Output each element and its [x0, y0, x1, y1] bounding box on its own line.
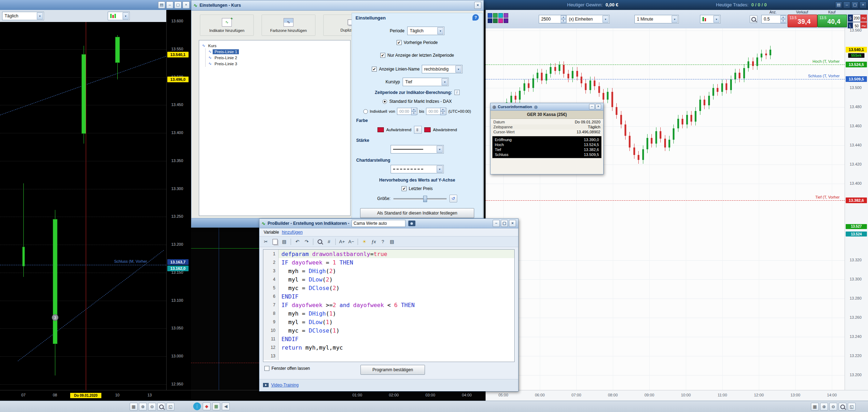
share-icon[interactable]: ⋮	[193, 402, 201, 410]
add-indicator-button[interactable]: ∿+Indikator hinzufügen	[200, 15, 254, 36]
last-period-checkbox[interactable]: ✔	[380, 53, 385, 58]
goto-line-icon[interactable]: #	[325, 238, 333, 246]
paste-icon[interactable]: ▤	[280, 238, 289, 246]
menu-icon[interactable]: ▤	[835, 1, 842, 9]
time-from-stepper[interactable]: 00:00▲▼	[397, 108, 418, 115]
drawing-palette[interactable]	[488, 13, 508, 23]
chart-type-button[interactable]: ▼	[108, 12, 130, 20]
align-select[interactable]: rechtsbündig ▼	[422, 65, 463, 73]
downtrend-color-swatch[interactable]	[424, 127, 431, 132]
pin-icon[interactable]: ◎	[534, 105, 538, 109]
right-chart-plot[interactable]: Hoch (T, VorherSchluss (T, VorherTief (T…	[486, 28, 845, 390]
order-size-stepper[interactable]: 0.5 ▲▼	[761, 15, 787, 23]
calendar-icon[interactable]: ▦	[130, 403, 138, 411]
reset-size-button[interactable]: ↺	[449, 195, 457, 202]
cut-icon[interactable]: ✂	[262, 238, 270, 246]
tree-item[interactable]: ∿Preis-Linie 3	[208, 61, 347, 67]
search-icon[interactable]	[157, 403, 165, 411]
last-price-checkbox[interactable]: ✔	[402, 186, 407, 191]
print-icon[interactable]: ▤	[388, 238, 396, 246]
period-select[interactable]: Täglich ▼	[2, 12, 44, 20]
zoom-out-icon[interactable]: ⊖	[148, 403, 156, 411]
palette-color[interactable]	[493, 18, 498, 23]
close-button[interactable]: ×	[509, 220, 516, 227]
font-decrease-icon[interactable]: A−	[347, 238, 355, 246]
pin-icon[interactable]: ◆	[203, 402, 211, 410]
search-icon[interactable]	[839, 403, 846, 411]
close-button[interactable]: ×	[183, 1, 190, 9]
units-select[interactable]: (x) Einheiten ▼	[566, 15, 610, 23]
time-to-stepper[interactable]: 00:00▲▼	[426, 108, 447, 115]
font-increase-icon[interactable]: A+	[338, 238, 346, 246]
middle-time-axis[interactable]: 01:0002:0003:0004:00	[191, 390, 486, 401]
close-button[interactable]: ×	[595, 104, 601, 110]
add-variable-link[interactable]: hinzufügen	[282, 230, 303, 235]
tree-item[interactable]: ∿Preis-Linie 1	[208, 49, 347, 55]
buy-button[interactable]: 13.5 40,4	[817, 15, 847, 27]
keep-open-checkbox[interactable]	[264, 366, 269, 371]
minimize-button[interactable]: –	[589, 104, 595, 110]
right-time-axis[interactable]: 05:0006:0007:0008:0009:0010:0011:0012:00…	[486, 390, 868, 401]
menu-variable[interactable]: Variable	[264, 230, 279, 235]
slider-thumb[interactable]	[423, 196, 427, 202]
maximize-button[interactable]: ▢	[501, 220, 508, 227]
set-default-button[interactable]: Als Standard für diesen Indikator festle…	[360, 208, 474, 218]
code-editor[interactable]: 1defparam drawonlastbaronly=true2IF dayo…	[263, 249, 515, 362]
fullscreen-icon[interactable]: ◱	[848, 403, 856, 411]
left-chart-plot[interactable]: Schluss (M, Vorher3	[0, 22, 166, 390]
individual-radio[interactable]	[363, 109, 368, 114]
maximize-button[interactable]: ▢	[174, 1, 181, 9]
indicator-name-input[interactable]: Cama Werte auto	[352, 220, 405, 227]
minimize-button[interactable]: –	[166, 1, 173, 9]
tip-icon[interactable]: ☀	[360, 238, 369, 246]
close-button[interactable]: ×	[859, 1, 867, 9]
indicator-tree[interactable]: ∿Kurs∿Preis-Linie 1∿Preis-Linie 2∿Preis-…	[199, 40, 351, 216]
standard-radio[interactable]	[382, 99, 387, 104]
info-icon[interactable]: i	[454, 90, 460, 95]
line-name-checkbox[interactable]: ✔	[372, 67, 377, 72]
zoom-tool-button[interactable]	[750, 15, 757, 23]
left-time-axis[interactable]: 0708Do 09.01.20201013	[0, 390, 191, 401]
timeframe-select[interactable]: 1 Minute ▼	[634, 15, 679, 23]
function-icon[interactable]: ƒx	[369, 238, 378, 246]
add-colorzone-button[interactable]: ∿Farbzone hinzufügen	[262, 15, 315, 36]
palette-color[interactable]	[504, 13, 508, 18]
video-training-link[interactable]: Video-Training	[271, 383, 298, 388]
sell-button[interactable]: 13.5 39,4	[788, 15, 817, 27]
copy-icon[interactable]	[271, 238, 279, 246]
previous-period-checkbox[interactable]: ✔	[397, 40, 402, 45]
calendar-icon[interactable]: ▦	[811, 403, 819, 411]
back-icon[interactable]: ◀	[222, 402, 230, 410]
palette-color[interactable]	[493, 13, 498, 18]
redo-icon[interactable]: ↷	[302, 238, 311, 246]
tree-item-root[interactable]: ∿Kurs	[202, 43, 347, 49]
palette-color[interactable]	[488, 13, 492, 18]
confirm-program-button[interactable]: Programm bestätigen	[360, 365, 425, 375]
minimize-button[interactable]: –	[843, 1, 850, 9]
fullscreen-icon[interactable]: ◱	[167, 403, 174, 411]
left-price-scale[interactable]: 13.60013.55013.50013.45013.40013.35013.3…	[166, 10, 191, 390]
screenshot-button[interactable]	[408, 221, 415, 226]
period-select[interactable]: Täglich ▼	[407, 27, 444, 35]
palette-color[interactable]	[498, 18, 503, 23]
right-price-scale[interactable]: 13.56013.50013.48013.46013.44013.42013.4…	[845, 28, 868, 390]
maximize-button[interactable]: ▢	[851, 1, 858, 9]
close-button[interactable]: ×	[474, 2, 481, 9]
help-icon[interactable]: ?	[379, 238, 387, 246]
undo-icon[interactable]: ↶	[293, 238, 302, 246]
line-style-select[interactable]: ▼	[391, 165, 444, 173]
thickness-select[interactable]: ▼	[391, 145, 444, 154]
link-colors-button[interactable]: ∞	[414, 126, 422, 134]
tree-item[interactable]: ∿Preis-Linie 2	[208, 55, 347, 61]
palette-color[interactable]	[498, 13, 503, 18]
zoom-out-icon[interactable]: ⊖	[829, 403, 837, 411]
layout-icon[interactable]: ▦	[212, 402, 220, 410]
search-icon[interactable]	[315, 238, 324, 246]
size-slider[interactable]	[393, 195, 447, 202]
zoom-in-icon[interactable]: ⊕	[820, 403, 828, 411]
minimize-button[interactable]: –	[493, 220, 500, 227]
palette-color[interactable]	[488, 18, 492, 23]
zoom-in-icon[interactable]: ⊕	[139, 403, 147, 411]
uptrend-color-swatch[interactable]	[377, 127, 384, 132]
menu-icon[interactable]: ▤	[158, 1, 165, 9]
